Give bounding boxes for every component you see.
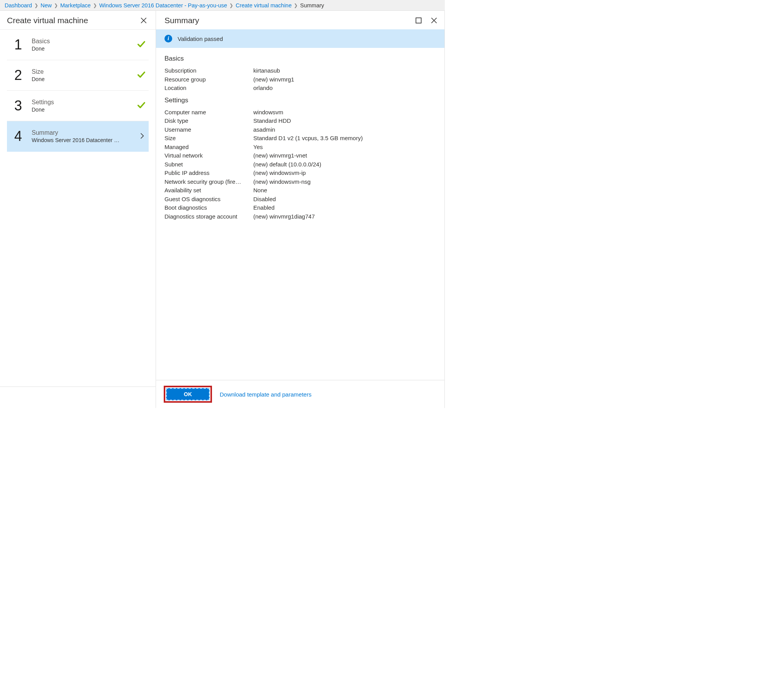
chevron-right-icon: ❯	[54, 3, 58, 8]
breadcrumb-link-marketplace[interactable]: Marketplace	[60, 2, 91, 8]
summary-val: Disabled	[253, 195, 276, 204]
summary-val: (new) windowsvm-ip	[253, 169, 306, 178]
summary-val: Enabled	[253, 203, 275, 212]
step-subtitle: Done	[32, 46, 129, 52]
ok-highlight: OK	[164, 386, 212, 403]
chevron-right-icon	[139, 132, 146, 141]
chevron-right-icon: ❯	[34, 3, 38, 8]
summary-val: Standard HDD	[253, 117, 291, 125]
checkmark-icon	[137, 101, 146, 111]
summary-row: ManagedYes	[164, 143, 436, 152]
summary-row: Guest OS diagnosticsDisabled	[164, 195, 436, 204]
breadcrumb-link-new[interactable]: New	[41, 2, 52, 8]
summary-row: Virtual network(new) winvmrg1-vnet	[164, 151, 436, 160]
download-template-link[interactable]: Download template and parameters	[220, 391, 312, 398]
summary-row: SizeStandard D1 v2 (1 vcpus, 3.5 GB memo…	[164, 134, 436, 143]
svg-rect-0	[416, 18, 421, 23]
summary-val: asadmin	[253, 125, 275, 134]
section-title-basics: Basics	[164, 55, 436, 63]
summary-row: Public IP address(new) windowsvm-ip	[164, 169, 436, 178]
summary-row: Boot diagnosticsEnabled	[164, 203, 436, 212]
chevron-right-icon: ❯	[93, 3, 97, 8]
summary-row: Disk typeStandard HDD	[164, 117, 436, 125]
checkmark-icon	[137, 40, 146, 50]
summary-footer: OK Download template and parameters	[156, 380, 444, 408]
wizard-footer	[0, 386, 156, 408]
summary-key: Network security group (fire…	[164, 178, 253, 186]
chevron-right-icon: ❯	[294, 3, 298, 8]
summary-key: Disk type	[164, 117, 253, 125]
summary-title: Summary	[164, 16, 199, 25]
close-blade-button[interactable]	[139, 15, 149, 25]
summary-key: Managed	[164, 143, 253, 152]
wizard-step-summary[interactable]: 4 Summary Windows Server 2016 Datacenter…	[7, 121, 149, 152]
close-icon	[140, 17, 147, 24]
summary-row: Subnet(new) default (10.0.0.0/24)	[164, 160, 436, 169]
summary-val: (new) default (10.0.0.0/24)	[253, 160, 321, 169]
summary-val: (new) winvmrg1	[253, 75, 294, 84]
summary-val: (new) windowsvm-nsg	[253, 178, 310, 186]
wizard-step-size[interactable]: 2 Size Done	[7, 60, 149, 91]
summary-key: Diagnostics storage account	[164, 212, 253, 221]
breadcrumb-link-offer[interactable]: Windows Server 2016 Datacenter - Pay-as-…	[99, 2, 227, 8]
breadcrumb-current: Summary	[300, 2, 324, 8]
summary-val: windowsvm	[253, 108, 283, 117]
close-blade-button[interactable]	[429, 15, 439, 25]
wizard-blade: Create virtual machine 1 Basics Done 2	[0, 11, 156, 408]
chevron-right-icon: ❯	[229, 3, 233, 8]
step-number: 4	[13, 128, 23, 144]
validation-message: Validation passed	[178, 36, 223, 42]
summary-key: Subscription	[164, 66, 253, 75]
info-icon: i	[164, 35, 172, 42]
summary-blade: Summary i Validation passed Basics Subsc…	[156, 11, 445, 408]
summary-row: Diagnostics storage account(new) winvmrg…	[164, 212, 436, 221]
step-title: Basics	[32, 38, 129, 45]
wizard-step-settings[interactable]: 3 Settings Done	[7, 91, 149, 121]
ok-button[interactable]: OK	[166, 388, 210, 400]
step-subtitle: Done	[32, 76, 129, 82]
step-number: 1	[13, 37, 23, 53]
summary-key: Availability set	[164, 186, 253, 195]
summary-val: kirtanasub	[253, 66, 280, 75]
summary-key: Size	[164, 134, 253, 143]
wizard-step-basics[interactable]: 1 Basics Done	[7, 30, 149, 60]
summary-row: Usernameasadmin	[164, 125, 436, 134]
breadcrumb-link-dashboard[interactable]: Dashboard	[5, 2, 32, 8]
summary-row: Network security group (fire…(new) windo…	[164, 178, 436, 186]
section-title-settings: Settings	[164, 97, 436, 104]
summary-key: Guest OS diagnostics	[164, 195, 253, 204]
step-subtitle: Windows Server 2016 Datacenter …	[32, 137, 130, 143]
summary-row: Availability setNone	[164, 186, 436, 195]
maximize-icon	[415, 17, 422, 24]
summary-val: (new) winvmrg1diag747	[253, 212, 315, 221]
step-subtitle: Done	[32, 107, 129, 113]
wizard-steps: 1 Basics Done 2 Size Done	[0, 29, 156, 152]
wizard-title: Create virtual machine	[7, 16, 88, 25]
summary-row: Resource group (new) winvmrg1	[164, 75, 436, 84]
summary-key: Location	[164, 84, 253, 93]
breadcrumb-link-create-vm[interactable]: Create virtual machine	[236, 2, 292, 8]
step-title: Size	[32, 68, 129, 75]
summary-row: Subscription kirtanasub	[164, 66, 436, 75]
summary-key: Subnet	[164, 160, 253, 169]
summary-key: Boot diagnostics	[164, 203, 253, 212]
summary-key: Username	[164, 125, 253, 134]
summary-val: Yes	[253, 143, 263, 152]
summary-row: Location orlando	[164, 84, 436, 93]
step-number: 2	[13, 67, 23, 83]
summary-row: Computer namewindowsvm	[164, 108, 436, 117]
summary-val: Standard D1 v2 (1 vcpus, 3.5 GB memory)	[253, 134, 363, 143]
summary-key: Public IP address	[164, 169, 253, 178]
maximize-button[interactable]	[414, 15, 424, 25]
breadcrumb: Dashboard ❯ New ❯ Marketplace ❯ Windows …	[0, 0, 445, 11]
summary-key: Virtual network	[164, 151, 253, 160]
checkmark-icon	[137, 71, 146, 80]
summary-content: Basics Subscription kirtanasub Resource …	[156, 48, 444, 380]
close-icon	[431, 17, 437, 24]
validation-banner: i Validation passed	[156, 29, 444, 48]
summary-key: Resource group	[164, 75, 253, 84]
step-number: 3	[13, 98, 23, 114]
summary-val: None	[253, 186, 267, 195]
summary-key: Computer name	[164, 108, 253, 117]
step-title: Summary	[32, 129, 130, 136]
